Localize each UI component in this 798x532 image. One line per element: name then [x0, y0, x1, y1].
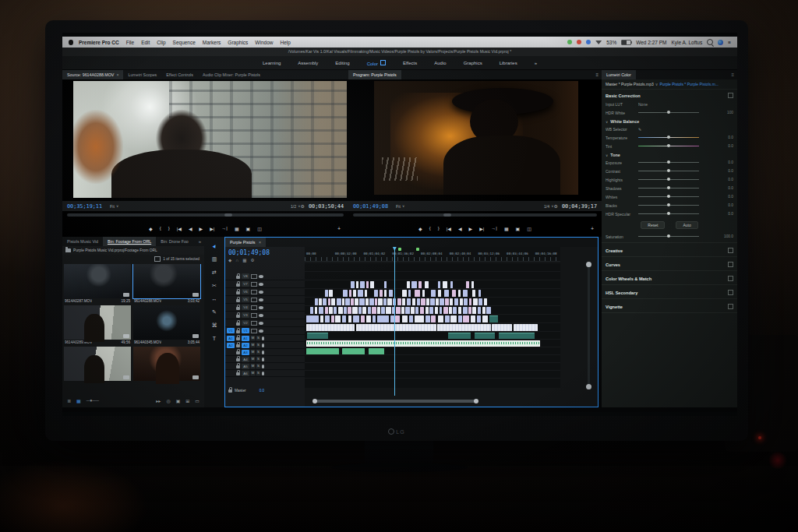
- section-header-creative[interactable]: Creative: [602, 245, 737, 255]
- timeline-clip[interactable]: [315, 298, 318, 305]
- timeline-clip[interactable]: [331, 298, 335, 305]
- mic-icon[interactable]: [262, 358, 264, 361]
- transport-step-forward[interactable]: ▶|: [479, 226, 484, 231]
- timeline-clip[interactable]: [469, 298, 472, 305]
- sync-lock-icon[interactable]: [251, 305, 257, 310]
- timeline-clip[interactable]: [334, 307, 336, 314]
- timeline-clip[interactable]: [397, 298, 401, 305]
- transport-overwrite[interactable]: ▣: [246, 226, 251, 231]
- timeline-clip[interactable]: [453, 307, 457, 314]
- track-target[interactable]: V4: [242, 305, 249, 310]
- project-item[interactable]: 9614A0289.MOV49;56: [64, 305, 131, 344]
- section-header-curves[interactable]: Curves: [602, 259, 737, 269]
- timeline-clip[interactable]: [319, 298, 321, 305]
- timeline-clip[interactable]: [443, 281, 447, 288]
- timeline-clip[interactable]: [358, 290, 363, 297]
- project-item[interactable]: 9614A0287.MOV19;25: [64, 264, 131, 303]
- transport-insert[interactable]: ▦: [235, 226, 239, 231]
- timeline-clip[interactable]: [337, 298, 341, 305]
- slider-blacks[interactable]: [638, 205, 699, 206]
- timeline-clip[interactable]: [366, 315, 371, 322]
- mic-icon[interactable]: [262, 344, 264, 347]
- timeline-clip[interactable]: [329, 307, 333, 314]
- timeline-clip[interactable]: [306, 324, 355, 331]
- timeline-clip[interactable]: [450, 281, 453, 288]
- track-lane-a1[interactable]: [305, 332, 560, 340]
- timeline-clip[interactable]: [381, 307, 385, 314]
- linked-selection-icon[interactable]: ▦: [242, 258, 246, 262]
- workspace-tab-learning[interactable]: Learning: [263, 61, 281, 65]
- toggle-track-output-icon[interactable]: [259, 275, 263, 278]
- timeline-clip[interactable]: [412, 298, 416, 305]
- app-icon-blue[interactable]: [586, 40, 591, 44]
- timeline-clip[interactable]: [478, 298, 482, 305]
- timeline-clip[interactable]: [463, 315, 468, 322]
- slider-highlights[interactable]: [638, 179, 699, 180]
- chevron-down-icon[interactable]: ∨: [655, 82, 659, 86]
- timeline-clip[interactable]: [355, 298, 358, 305]
- notification-center-icon[interactable]: ≡: [728, 40, 731, 45]
- transport-overwrite[interactable]: ▣: [516, 226, 521, 231]
- solo-button[interactable]: S: [256, 336, 260, 340]
- sync-lock-icon[interactable]: [251, 321, 257, 326]
- source-patch[interactable]: A1: [227, 336, 235, 341]
- timeline-clip[interactable]: [325, 290, 327, 297]
- timeline-clip[interactable]: [369, 348, 384, 354]
- slider-temperature[interactable]: [638, 137, 699, 138]
- close-icon[interactable]: ×: [116, 72, 118, 77]
- mute-button[interactable]: M: [251, 357, 255, 361]
- timeline-clip[interactable]: [472, 290, 475, 297]
- track-header-v6[interactable]: V6: [225, 288, 305, 296]
- source-tab-source-9614a0288-mov[interactable]: Source: 9614A0288.MOV×: [62, 70, 123, 79]
- transport-export-frame[interactable]: ◫: [527, 226, 531, 231]
- reset-button[interactable]: Reset: [641, 221, 665, 229]
- toggle-track-output-icon[interactable]: [259, 329, 263, 333]
- track-target[interactable]: V6: [242, 289, 249, 294]
- timeline-clip[interactable]: [431, 315, 436, 322]
- workspace-tab-assembly[interactable]: Assembly: [298, 61, 318, 65]
- track-header-v4[interactable]: V4: [225, 304, 305, 312]
- spotlight-icon[interactable]: [707, 39, 713, 45]
- source-resolution-select[interactable]: 1/2: [291, 204, 296, 209]
- timeline-clip[interactable]: [365, 298, 369, 305]
- timeline-clip[interactable]: [514, 324, 538, 331]
- eyedropper-icon[interactable]: ✎: [638, 127, 671, 132]
- app-menu[interactable]: Premiere Pro CC: [79, 40, 119, 45]
- toggle-track-output-icon[interactable]: [259, 298, 263, 301]
- menu-file[interactable]: File: [126, 40, 134, 45]
- timeline-clip[interactable]: [338, 307, 343, 314]
- timeline-clip[interactable]: [384, 290, 387, 297]
- slider-knob[interactable]: [667, 203, 670, 206]
- lock-icon[interactable]: [236, 372, 240, 375]
- lock-icon[interactable]: [236, 344, 240, 347]
- app-icon-red[interactable]: [577, 40, 581, 44]
- timeline-clip[interactable]: [473, 298, 478, 305]
- lock-icon[interactable]: [236, 307, 240, 310]
- project-item[interactable]: 9614A0288.MOV3;03;42: [133, 264, 200, 303]
- timeline-clip[interactable]: [387, 298, 392, 305]
- track-lane-a3[interactable]: [305, 347, 560, 355]
- transport-play[interactable]: ▶: [200, 226, 203, 231]
- lumetri-sequence-clip[interactable]: Purple Pistols * Purple Pistols.m...: [659, 82, 719, 86]
- timeline-clip[interactable]: [448, 333, 471, 339]
- transport-mark-out[interactable]: }: [438, 226, 440, 231]
- sync-lock-icon[interactable]: [251, 282, 257, 287]
- checkbox[interactable]: [728, 248, 733, 253]
- track-header-v5[interactable]: V5: [225, 296, 305, 304]
- ripple-edit-tool[interactable]: ⇄: [212, 270, 217, 276]
- input-lut-value[interactable]: None: [638, 102, 671, 107]
- timeline-clip[interactable]: [417, 298, 420, 305]
- timeline-clip[interactable]: [349, 290, 351, 297]
- menu-sequence[interactable]: Sequence: [173, 40, 196, 45]
- source-patch[interactable]: V1: [227, 328, 235, 333]
- checkbox[interactable]: [728, 276, 733, 281]
- solo-button[interactable]: S: [256, 350, 260, 354]
- source-patch[interactable]: [227, 297, 235, 302]
- checkbox[interactable]: [728, 93, 733, 98]
- timeline-clip[interactable]: [319, 307, 323, 314]
- timeline-clip[interactable]: [438, 290, 441, 297]
- project-item[interactable]: [64, 347, 131, 382]
- section-header-basic-correction[interactable]: Basic Correction: [602, 90, 737, 100]
- auto-button[interactable]: Auto: [676, 221, 697, 229]
- slider-knob[interactable]: [667, 169, 670, 172]
